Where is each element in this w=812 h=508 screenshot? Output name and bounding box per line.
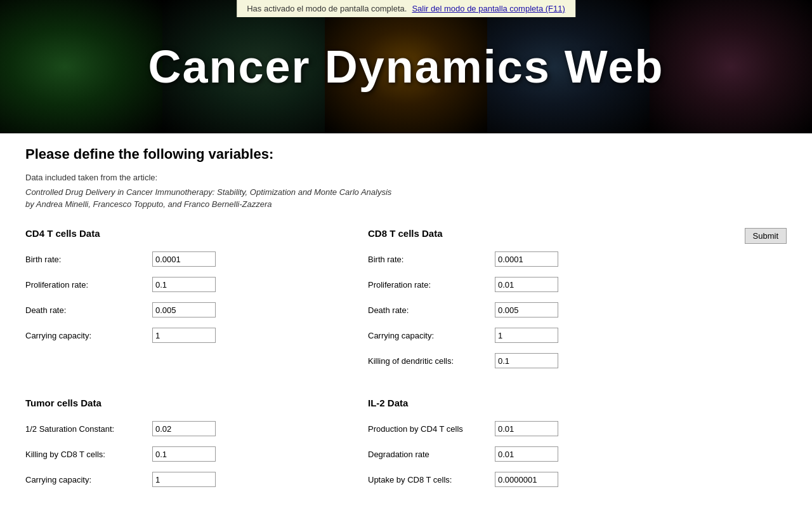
cd4-birth-rate-label: Birth rate: <box>25 255 152 264</box>
cd4-proliferation-rate-input[interactable] <box>152 277 216 292</box>
fullscreen-message: Has activado el modo de pantalla complet… <box>247 4 407 13</box>
article-info: Data included taken from the article: <box>25 173 787 182</box>
cd4-carrying-capacity-input[interactable] <box>152 328 216 343</box>
submit-column: Submit <box>710 228 787 378</box>
fullscreen-exit-link[interactable]: Salir del modo de pantalla completa (F11… <box>412 4 565 13</box>
cd8-killing-dendritic-input[interactable] <box>495 353 558 368</box>
cd8-proliferation-rate-row: Proliferation rate: <box>368 277 698 292</box>
cd8-proliferation-rate-label: Proliferation rate: <box>368 280 495 290</box>
tumor-section-title: Tumor cells Data <box>25 398 355 408</box>
cd8-birth-rate-label: Birth rate: <box>368 255 495 264</box>
cd8-killing-dendritic-row: Killing of dendritic cells: <box>368 353 698 368</box>
cd8-death-rate-label: Death rate: <box>368 305 495 315</box>
tumor-saturation-label: 1/2 Saturation Constant: <box>25 424 152 434</box>
cd4-carrying-capacity-row: Carrying capacity: <box>25 328 355 343</box>
il2-uptake-cd8-input[interactable] <box>495 472 558 487</box>
header-banner: Cancer Dynamics Web <box>0 0 812 133</box>
il2-uptake-cd8-label: Uptake by CD8 T cells: <box>368 475 495 485</box>
main-content: Please define the following variables: D… <box>0 133 812 508</box>
cd8-proliferation-rate-input[interactable] <box>495 277 558 292</box>
il2-production-cd4-input[interactable] <box>495 421 558 436</box>
cd4-death-rate-label: Death rate: <box>25 305 152 315</box>
il2-uptake-cd8-row: Uptake by CD8 T cells: <box>368 472 698 487</box>
tumor-killing-cd8-label: Killing by CD8 T cells: <box>25 450 152 459</box>
cd8-carrying-capacity-input[interactable] <box>495 328 558 343</box>
tumor-carrying-capacity-input[interactable] <box>152 472 216 487</box>
cd8-carrying-capacity-label: Carrying capacity: <box>368 331 495 340</box>
app-title: Cancer Dynamics Web <box>148 41 664 93</box>
tumor-killing-cd8-row: Killing by CD8 T cells: <box>25 446 355 462</box>
cd4-death-rate-row: Death rate: <box>25 302 355 318</box>
il2-section-title: IL-2 Data <box>368 398 698 408</box>
il2-production-cd4-row: Production by CD4 T cells <box>368 421 698 436</box>
submit-button[interactable]: Submit <box>745 228 787 244</box>
tumor-section: Tumor cells Data 1/2 Saturation Constant… <box>25 398 368 497</box>
tumor-carrying-capacity-row: Carrying capacity: <box>25 472 355 487</box>
cd8-death-rate-input[interactable] <box>495 302 558 318</box>
fullscreen-notification: Has activado el modo de pantalla complet… <box>237 0 575 17</box>
il2-production-cd4-label: Production by CD4 T cells <box>368 424 495 434</box>
bg-segment-1 <box>0 0 162 133</box>
article-title: Controlled Drug Delivery in Cancer Immun… <box>25 187 787 197</box>
cd4-birth-rate-row: Birth rate: <box>25 251 355 267</box>
cd8-killing-dendritic-label: Killing of dendritic cells: <box>368 356 495 366</box>
cd8-carrying-capacity-row: Carrying capacity: <box>368 328 698 343</box>
il2-section: IL-2 Data Production by CD4 T cells Degr… <box>368 398 710 497</box>
cd4-proliferation-rate-label: Proliferation rate: <box>25 280 152 290</box>
cd4-proliferation-rate-row: Proliferation rate: <box>25 277 355 292</box>
il2-degradation-rate-label: Degradation rate <box>368 450 495 459</box>
bottom-right-spacer <box>710 398 787 497</box>
header-wrapper: Has activado el modo de pantalla complet… <box>0 0 812 133</box>
il2-degradation-rate-row: Degradation rate <box>368 446 698 462</box>
tumor-saturation-input[interactable] <box>152 421 216 436</box>
cd4-section: CD4 T cells Data Birth rate: Proliferati… <box>25 228 368 378</box>
tumor-saturation-row: 1/2 Saturation Constant: <box>25 421 355 436</box>
cd8-birth-rate-input[interactable] <box>495 251 558 267</box>
il2-degradation-rate-input[interactable] <box>495 446 558 462</box>
bg-segment-5 <box>650 0 812 133</box>
cd4-birth-rate-input[interactable] <box>152 251 216 267</box>
cd8-section-title: CD8 T cells Data <box>368 228 698 239</box>
cd8-section: CD8 T cells Data Birth rate: Proliferati… <box>368 228 710 378</box>
page-heading: Please define the following variables: <box>25 146 787 163</box>
cd4-carrying-capacity-label: Carrying capacity: <box>25 331 152 340</box>
cd8-death-rate-row: Death rate: <box>368 302 698 318</box>
tumor-carrying-capacity-label: Carrying capacity: <box>25 475 152 485</box>
cd4-death-rate-input[interactable] <box>152 302 216 318</box>
cd4-section-title: CD4 T cells Data <box>25 228 355 239</box>
cd8-birth-rate-row: Birth rate: <box>368 251 698 267</box>
section-spacer <box>25 385 787 398</box>
tumor-killing-cd8-input[interactable] <box>152 446 216 462</box>
article-authors: by Andrea Minelli, Francesco Topputo, an… <box>25 199 787 209</box>
